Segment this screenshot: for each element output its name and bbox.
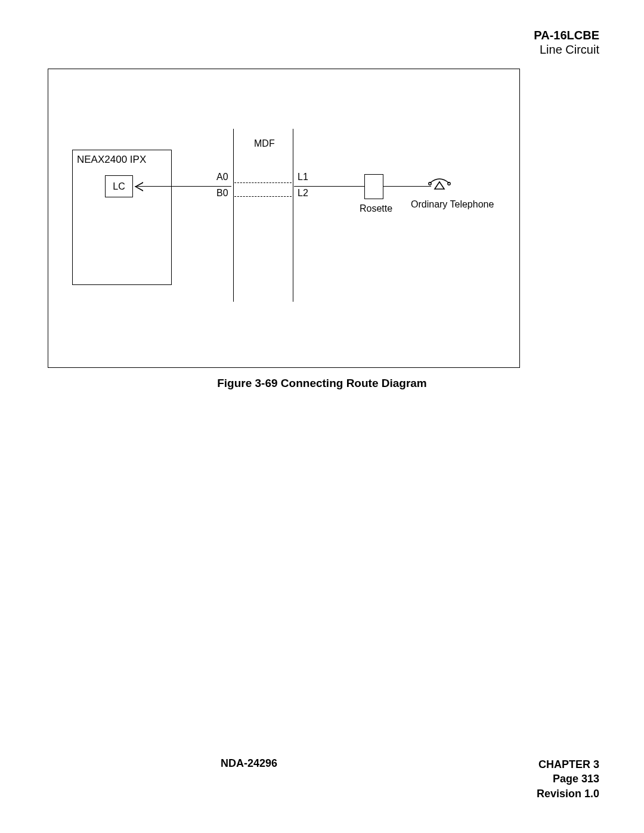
page-header-subtitle: Line Circuit [540, 43, 599, 57]
rosette-label: Rosette [360, 203, 392, 214]
mdf-label: MDF [254, 138, 275, 149]
terminal-a0-label: A0 [216, 172, 228, 182]
figure-frame: NEAX2400 IPX LC MDF A0 B0 L1 L2 Rosette [48, 69, 520, 368]
telephone-icon [428, 177, 451, 196]
lc-box: LC [105, 175, 133, 197]
figure-caption: Figure 3-69 Connecting Route Diagram [0, 377, 644, 390]
rosette-to-phone-line [383, 186, 431, 187]
mdf-dash-top [234, 182, 292, 183]
svg-point-1 [448, 182, 450, 185]
footer-revision: Revision 1.0 [537, 786, 599, 801]
terminal-l1-label: L1 [298, 172, 308, 182]
footer-doc-id: NDA-24296 [221, 757, 277, 770]
phone-label: Ordinary Telephone [411, 199, 494, 210]
terminal-l2-label: L2 [298, 188, 308, 199]
lc-to-mdf-line [135, 186, 231, 187]
page: PA-16LCBE Line Circuit NEAX2400 IPX LC M… [0, 0, 644, 833]
footer-chapter: CHAPTER 3 [537, 757, 599, 772]
terminal-b0-label: B0 [216, 188, 228, 199]
svg-point-0 [429, 182, 431, 185]
mdf-dash-bottom [234, 196, 292, 197]
mdf-to-rosette-line [294, 186, 366, 187]
rosette-box [364, 174, 383, 199]
footer-page: Page 313 [537, 772, 599, 786]
neax-box [72, 150, 172, 285]
page-header-title: PA-16LCBE [534, 29, 599, 42]
footer-right-block: CHAPTER 3 Page 313 Revision 1.0 [537, 757, 599, 801]
mdf-vertical-left [233, 129, 234, 302]
mdf-vertical-right [293, 129, 293, 302]
arrow-head-inner-icon [137, 183, 143, 190]
